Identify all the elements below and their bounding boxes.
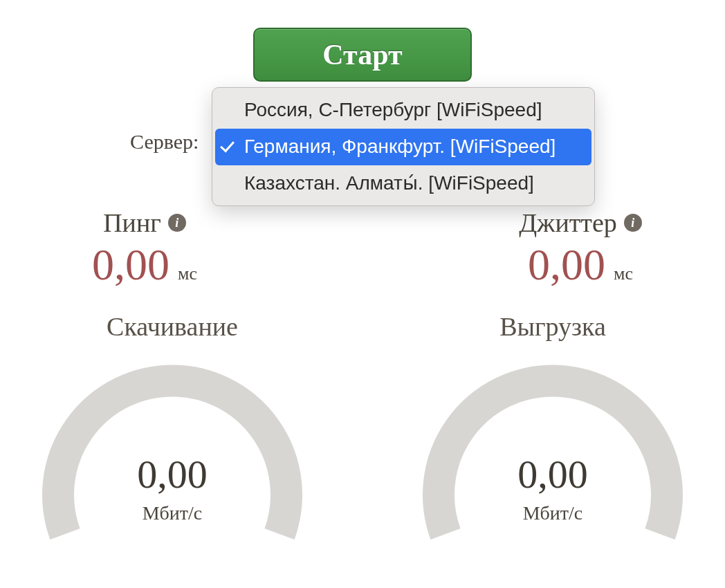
download-unit: Мбит/с [20,502,324,524]
server-dropdown[interactable]: Россия, С-Петербург [WiFiSpeed] Германия… [212,87,595,206]
download-gauge: Скачивание 0,00 Мбит/с [20,311,324,562]
start-button[interactable]: Старт [253,28,472,82]
jitter-unit: мс [614,264,633,284]
download-title: Скачивание [20,311,324,342]
server-option-selected[interactable]: Германия, Франкфурт. [WiFiSpeed] [215,129,591,165]
jitter-title: Джиттер [519,208,617,238]
server-label: Сервер: [130,130,199,154]
ping-unit: мс [178,264,197,284]
server-option[interactable]: Казахстан. Алматы́. [WiFiSpeed] [215,165,591,202]
jitter-metric: Джиттер i 0,00 мс [449,208,712,291]
jitter-value: 0,00 [528,240,605,289]
upload-unit: Мбит/с [401,502,705,524]
download-value: 0,00 [20,451,324,497]
info-icon[interactable]: i [624,214,642,232]
ping-title: Пинг [103,208,161,238]
upload-gauge: Выгрузка 0,00 Мбит/с [401,311,705,562]
ping-value: 0,00 [92,240,169,289]
upload-title: Выгрузка [401,311,705,342]
server-option[interactable]: Россия, С-Петербург [WiFiSpeed] [215,92,591,129]
info-icon[interactable]: i [168,214,186,232]
ping-metric: Пинг i 0,00 мс [13,208,276,291]
upload-value: 0,00 [401,451,705,497]
